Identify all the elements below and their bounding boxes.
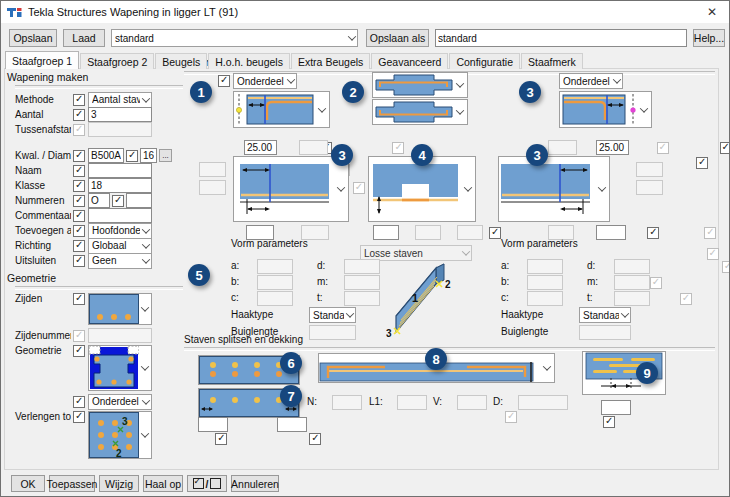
tab-configuratie[interactable]: Configuratie: [449, 53, 520, 69]
end2-shape-checkbox[interactable]: [696, 157, 708, 169]
commentaar-checkbox[interactable]: [73, 210, 85, 222]
richting-select[interactable]: Globaal: [88, 238, 152, 254]
badge-3-left-end: 3: [331, 144, 353, 166]
view1-shape-select[interactable]: [233, 91, 330, 128]
toggle-checkboxes-button[interactable]: /: [187, 475, 227, 492]
tab-extra-beugels[interactable]: Extra Beugels: [291, 53, 370, 69]
end1-shape-select[interactable]: [233, 156, 349, 222]
profile-combobox[interactable]: standard: [111, 29, 358, 47]
uitsluiten-select[interactable]: Geen: [88, 253, 152, 269]
cover-right-checkbox[interactable]: [720, 142, 730, 154]
haal-op-button[interactable]: Haal op: [143, 475, 183, 492]
view2-shape-select[interactable]: [559, 91, 652, 128]
nummeren-start-input[interactable]: [126, 193, 152, 208]
richting-checkbox[interactable]: [73, 240, 85, 252]
opslaan-button[interactable]: Opslaan: [9, 29, 57, 47]
help-button[interactable]: Help...: [693, 29, 725, 47]
nummeren-start-checkbox[interactable]: [112, 195, 124, 207]
kwaliteit-input[interactable]: [88, 148, 124, 163]
zijden-image-select[interactable]: [88, 293, 152, 325]
diameter-checkbox[interactable]: [126, 150, 138, 162]
cover-left-input[interactable]: [244, 140, 277, 155]
close-button[interactable]: ✕: [695, 1, 729, 23]
verlengen-thumbnail: 3 2: [89, 412, 139, 458]
svg-text:2: 2: [116, 448, 122, 458]
section-top-select[interactable]: [372, 72, 468, 98]
verlengen-mode-select[interactable]: Onderdeel: [88, 394, 152, 410]
klasse-checkbox[interactable]: [73, 180, 85, 192]
buiglengte-right-input: [579, 325, 631, 340]
aantal-checkbox[interactable]: [73, 109, 85, 121]
diameter-input[interactable]: [140, 148, 157, 163]
tab-geavanceerd[interactable]: Geavanceerd: [371, 53, 448, 69]
nummeren-checkbox[interactable]: [73, 195, 85, 207]
laad-button[interactable]: Laad: [63, 29, 105, 47]
d-checkbox: [505, 411, 517, 423]
splice-dim2-input[interactable]: [277, 417, 307, 432]
uitsluiten-checkbox[interactable]: [73, 255, 85, 267]
end2-shape-select[interactable]: [498, 156, 610, 222]
lapping-length-input[interactable]: [601, 400, 631, 415]
view1-part-select[interactable]: Onderdeel: [233, 73, 297, 89]
verlengen-checkbox[interactable]: [73, 411, 85, 423]
badge-8: 8: [425, 348, 447, 370]
param-c-left-checkbox: [680, 293, 692, 305]
section-bottom-select[interactable]: [372, 99, 468, 125]
chevron-down-icon: [619, 312, 630, 318]
view2-part-select[interactable]: Onderdeel: [559, 73, 623, 89]
toepassen-button[interactable]: Toepassen: [49, 475, 95, 492]
haaktype-right-select[interactable]: Standaard: [579, 307, 631, 323]
naam-input[interactable]: [88, 163, 152, 178]
param-t-label: t:: [587, 292, 593, 303]
methode-checkbox[interactable]: [73, 94, 85, 106]
annuleren-button[interactable]: Annuleren: [231, 475, 279, 492]
save-as-name-input[interactable]: [435, 29, 687, 47]
naam-checkbox[interactable]: [73, 165, 85, 177]
nummeren-prefix-input[interactable]: [88, 193, 110, 208]
cover-right-input[interactable]: [596, 140, 629, 155]
haaktype-left-select[interactable]: Standaard: [309, 307, 356, 323]
middle-dim1-input[interactable]: [373, 225, 399, 240]
chevron-down-icon: [316, 107, 327, 113]
opslaan-als-button[interactable]: Opslaan als: [366, 29, 429, 47]
verlengen-image-select[interactable]: 3 2: [88, 411, 152, 459]
zijden-checkbox[interactable]: [73, 293, 85, 305]
browse-catalog-button[interactable]: ...: [159, 149, 172, 162]
splice-dim1-input[interactable]: [198, 417, 228, 432]
wijzig-button[interactable]: Wijzig: [99, 475, 139, 492]
ok-button[interactable]: OK: [11, 475, 45, 492]
lapping-length-checkbox[interactable]: [603, 416, 615, 428]
param-b-label: b:: [501, 276, 509, 287]
methode-select[interactable]: Aantal staven: [88, 92, 152, 108]
toevoegen-checkbox[interactable]: [73, 225, 85, 237]
geometrie-checkbox[interactable]: [73, 345, 85, 357]
tab-beugels[interactable]: Beugels: [155, 53, 207, 69]
end1-dim1-checkbox[interactable]: [489, 227, 501, 239]
commentaar-input[interactable]: [88, 208, 152, 223]
n-input: [332, 395, 362, 410]
uitsluiten-row: Uitsluiten Geen: [7, 253, 183, 268]
d-label: D:: [493, 396, 503, 407]
param-d-left-input: [344, 259, 380, 274]
verlengen-mode-checkbox[interactable]: [73, 396, 85, 408]
tab-staafgroep-2[interactable]: Staafgroep 2: [80, 53, 154, 69]
toevoegen-select[interactable]: Hoofdonderdeel: [88, 223, 152, 239]
middle-dim1-checkbox[interactable]: [647, 227, 659, 239]
tab-hoh-beugels[interactable]: H.o.h. beugels: [208, 53, 290, 69]
splice-dim1-checkbox[interactable]: [215, 433, 227, 445]
klasse-input[interactable]: [88, 178, 152, 193]
view1-part-checkbox[interactable]: [218, 75, 230, 87]
losse-staven-checkbox: [707, 248, 719, 260]
chevron-down-icon: [139, 432, 150, 438]
tab-staafmerk[interactable]: Staafmerk: [521, 53, 583, 69]
geometrie-image-select[interactable]: [88, 345, 152, 391]
aantal-input[interactable]: [88, 107, 152, 122]
zijdenummer-checkbox: [73, 330, 85, 342]
kwaliteit-checkbox[interactable]: [73, 150, 85, 162]
separator: [15, 286, 183, 290]
splice-dim2-checkbox[interactable]: [309, 433, 321, 445]
tab-staafgroep-1[interactable]: Staafgroep 1: [5, 51, 79, 69]
end2-dim2-input[interactable]: [596, 225, 626, 240]
cover-left2-checkbox: [392, 142, 404, 154]
param-a-left-input: [257, 259, 293, 274]
